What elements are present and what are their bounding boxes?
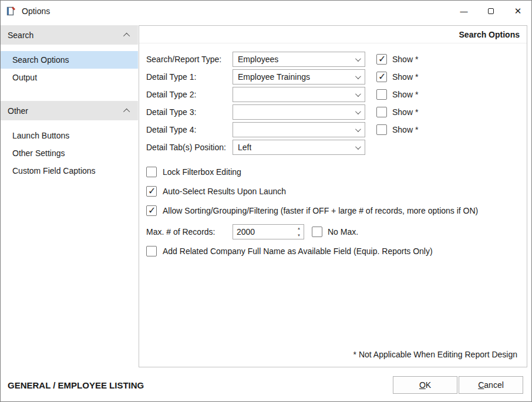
field-label: Detail Type 4:	[146, 125, 233, 134]
show-checkbox-2[interactable]	[376, 72, 387, 82]
sidebar-item-custom-field-captions[interactable]: Custom Field Captions	[1, 162, 138, 180]
sidebar-item-label: Output	[12, 73, 37, 82]
detail-type-2-dropdown[interactable]	[233, 87, 365, 102]
spinner-buttons	[294, 225, 304, 239]
checkbox-label: Auto-Select Results Upon Launch	[163, 187, 286, 196]
no-max-label: No Max.	[328, 227, 358, 237]
titlebar: Options — ✕	[1, 1, 531, 22]
no-max-group: No Max.	[312, 227, 358, 237]
cancel-button[interactable]: Cancel	[459, 376, 523, 394]
close-icon: ✕	[514, 6, 522, 16]
allow-sorting-row: Allow Sorting/Grouping/Filtering (faster…	[146, 205, 520, 217]
detail-type-1-dropdown[interactable]: Employee Trainings	[233, 69, 365, 85]
field-label: Detail Type 2:	[146, 90, 233, 99]
add-related-checkbox[interactable]	[146, 246, 157, 256]
spinner-up-icon[interactable]	[294, 225, 304, 232]
ok-access-key: O	[419, 380, 426, 390]
field-label: Detail Type 1:	[146, 72, 233, 82]
detail-tabs-position-dropdown[interactable]: Left	[233, 140, 365, 155]
chevron-up-icon	[123, 32, 130, 39]
show-label: Show *	[392, 72, 418, 82]
section-label: Search	[8, 31, 33, 40]
sidebar-section-other[interactable]: Other	[1, 101, 138, 120]
show-label: Show *	[392, 107, 418, 117]
show-checkbox-4[interactable]	[376, 107, 387, 117]
field-label: Max. # of Records:	[146, 227, 233, 237]
window-controls: — ✕	[450, 1, 531, 22]
sidebar-section-search[interactable]: Search	[1, 25, 138, 45]
checkbox-label: Allow Sorting/Grouping/Filtering (faster…	[163, 206, 478, 215]
sidebar: Search Search Options Output Other Launc…	[1, 22, 138, 372]
detail-type-3-row: Detail Type 3: Show *	[146, 104, 520, 120]
auto-select-row: Auto-Select Results Upon Launch	[146, 185, 520, 197]
field-label: Detail Tab(s) Position:	[146, 143, 233, 152]
field-label: Detail Type 3:	[146, 107, 233, 117]
show-label: Show *	[392, 125, 418, 134]
titlebar-left: Options	[1, 6, 50, 16]
sidebar-item-label: Custom Field Captions	[12, 166, 96, 175]
detail-type-2-row: Detail Type 2: Show *	[146, 87, 520, 102]
show-checkbox-5[interactable]	[376, 124, 387, 135]
ok-label-rest: K	[426, 380, 431, 390]
window-title: Options	[22, 6, 50, 16]
sidebar-item-search-options[interactable]: Search Options	[1, 51, 138, 69]
status-text: GENERAL / EMPLOYEE LISTING	[8, 380, 144, 390]
minimize-button[interactable]: —	[450, 1, 477, 22]
detail-type-3-dropdown[interactable]	[233, 104, 365, 120]
chevron-down-icon	[355, 73, 361, 79]
show-group: Show *	[376, 124, 418, 135]
content-area: Search Search Options Output Other Launc…	[1, 22, 531, 372]
no-max-checkbox[interactable]	[312, 227, 322, 237]
chevron-down-icon	[355, 91, 361, 97]
show-checkbox-1[interactable]	[376, 54, 387, 65]
sidebar-item-label: Other Settings	[12, 148, 65, 158]
search-options-panel: Search Options Search/Report Type: Emplo…	[139, 25, 527, 367]
bottombar: GENERAL / EMPLOYEE LISTING OK Cancel	[1, 372, 531, 401]
chevron-down-icon	[355, 126, 361, 132]
show-group: Show *	[376, 107, 418, 117]
sidebar-item-output[interactable]: Output	[1, 69, 138, 86]
app-icon	[6, 6, 16, 16]
sidebar-item-label: Launch Buttons	[12, 131, 69, 140]
show-checkbox-3[interactable]	[376, 89, 387, 100]
max-records-input[interactable]	[233, 225, 294, 239]
lock-filterbox-row: Lock Filterbox Editing	[146, 166, 520, 178]
chevron-up-icon	[123, 108, 130, 114]
footnote: * Not Applicable When Editing Report Des…	[353, 350, 517, 359]
minimize-icon: —	[460, 7, 468, 16]
maximize-icon	[488, 8, 494, 14]
maximize-button[interactable]	[477, 1, 504, 22]
show-group: Show *	[376, 54, 418, 65]
main-wrap: Search Options Search/Report Type: Emplo…	[138, 22, 531, 372]
field-label: Search/Report Type:	[146, 55, 233, 64]
detail-type-4-row: Detail Type 4: Show *	[146, 122, 520, 137]
detail-tabs-position-row: Detail Tab(s) Position: Left	[146, 140, 520, 155]
allow-sorting-checkbox[interactable]	[146, 205, 157, 216]
add-related-row: Add Related Company Full Name as Availab…	[146, 245, 520, 257]
section-items-other: Launch Buttons Other Settings Custom Fie…	[1, 120, 138, 180]
form-area: Search/Report Type: Employees Show * Det…	[139, 43, 527, 257]
sidebar-item-launch-buttons[interactable]: Launch Buttons	[1, 127, 138, 144]
lock-filterbox-checkbox[interactable]	[146, 167, 157, 177]
sidebar-item-other-settings[interactable]: Other Settings	[1, 144, 138, 162]
section-label: Other	[8, 106, 28, 116]
ok-button[interactable]: OK	[393, 376, 457, 394]
detail-type-4-dropdown[interactable]	[233, 122, 365, 137]
section-items-search: Search Options Output	[1, 45, 138, 86]
chevron-down-icon	[355, 109, 361, 114]
options-window: Options — ✕ Search Search Options Output	[0, 0, 532, 402]
show-label: Show *	[392, 90, 418, 99]
button-group: OK Cancel	[393, 376, 523, 394]
search-report-type-dropdown[interactable]: Employees	[233, 52, 365, 67]
auto-select-checkbox[interactable]	[146, 186, 157, 197]
panel-title: Search Options	[139, 26, 527, 43]
show-group: Show *	[376, 89, 418, 100]
max-records-spinner	[233, 224, 304, 239]
chevron-down-icon	[355, 56, 361, 62]
spinner-down-icon[interactable]	[294, 232, 304, 239]
close-button[interactable]: ✕	[504, 1, 531, 22]
search-report-type-row: Search/Report Type: Employees Show *	[146, 52, 520, 67]
chevron-down-icon	[355, 144, 361, 150]
sidebar-item-label: Search Options	[12, 55, 69, 65]
cancel-label-rest: ancel	[484, 380, 503, 390]
